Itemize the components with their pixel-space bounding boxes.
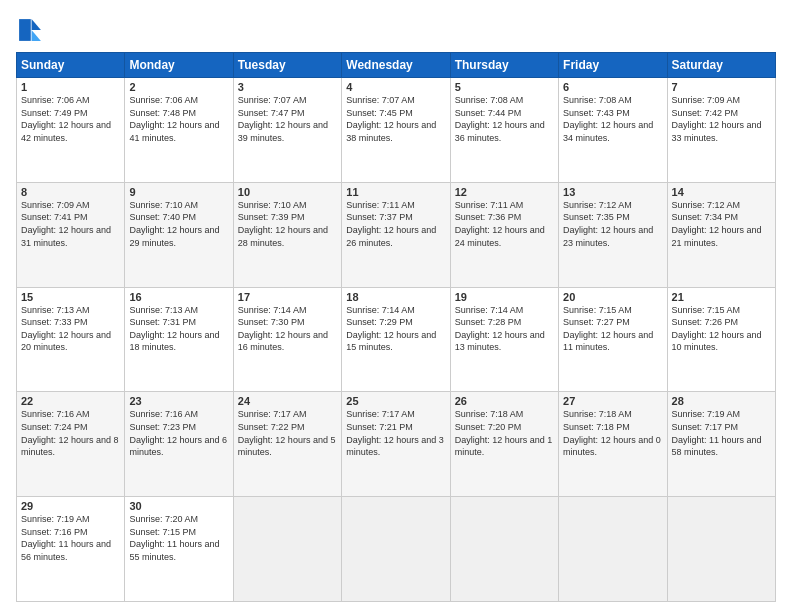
day-cell: 13Sunrise: 7:12 AMSunset: 7:35 PMDayligh… [559, 182, 667, 287]
day-detail: Sunrise: 7:19 AMSunset: 7:16 PMDaylight:… [21, 513, 120, 563]
day-cell: 15Sunrise: 7:13 AMSunset: 7:33 PMDayligh… [17, 287, 125, 392]
header [16, 16, 776, 44]
day-cell: 28Sunrise: 7:19 AMSunset: 7:17 PMDayligh… [667, 392, 775, 497]
svg-marker-1 [32, 30, 41, 41]
day-cell: 9Sunrise: 7:10 AMSunset: 7:40 PMDaylight… [125, 182, 233, 287]
day-detail: Sunrise: 7:10 AMSunset: 7:39 PMDaylight:… [238, 199, 337, 249]
col-header-wednesday: Wednesday [342, 53, 450, 78]
col-header-monday: Monday [125, 53, 233, 78]
col-header-saturday: Saturday [667, 53, 775, 78]
day-cell: 11Sunrise: 7:11 AMSunset: 7:37 PMDayligh… [342, 182, 450, 287]
day-detail: Sunrise: 7:16 AMSunset: 7:23 PMDaylight:… [129, 408, 228, 458]
day-cell: 6Sunrise: 7:08 AMSunset: 7:43 PMDaylight… [559, 78, 667, 183]
day-cell: 23Sunrise: 7:16 AMSunset: 7:23 PMDayligh… [125, 392, 233, 497]
day-number: 24 [238, 395, 337, 407]
day-number: 8 [21, 186, 120, 198]
col-header-tuesday: Tuesday [233, 53, 341, 78]
day-detail: Sunrise: 7:13 AMSunset: 7:33 PMDaylight:… [21, 304, 120, 354]
day-detail: Sunrise: 7:13 AMSunset: 7:31 PMDaylight:… [129, 304, 228, 354]
day-detail: Sunrise: 7:09 AMSunset: 7:41 PMDaylight:… [21, 199, 120, 249]
day-number: 3 [238, 81, 337, 93]
day-number: 2 [129, 81, 228, 93]
day-cell: 26Sunrise: 7:18 AMSunset: 7:20 PMDayligh… [450, 392, 558, 497]
col-header-sunday: Sunday [17, 53, 125, 78]
day-number: 21 [672, 291, 771, 303]
day-detail: Sunrise: 7:18 AMSunset: 7:20 PMDaylight:… [455, 408, 554, 458]
day-detail: Sunrise: 7:08 AMSunset: 7:43 PMDaylight:… [563, 94, 662, 144]
day-number: 22 [21, 395, 120, 407]
day-detail: Sunrise: 7:14 AMSunset: 7:28 PMDaylight:… [455, 304, 554, 354]
week-row-1: 1Sunrise: 7:06 AMSunset: 7:49 PMDaylight… [17, 78, 776, 183]
day-number: 27 [563, 395, 662, 407]
svg-marker-0 [32, 19, 41, 30]
day-number: 20 [563, 291, 662, 303]
week-row-2: 8Sunrise: 7:09 AMSunset: 7:41 PMDaylight… [17, 182, 776, 287]
calendar-table: SundayMondayTuesdayWednesdayThursdayFrid… [16, 52, 776, 602]
day-number: 19 [455, 291, 554, 303]
day-detail: Sunrise: 7:07 AMSunset: 7:47 PMDaylight:… [238, 94, 337, 144]
day-number: 26 [455, 395, 554, 407]
day-number: 15 [21, 291, 120, 303]
col-header-thursday: Thursday [450, 53, 558, 78]
day-number: 23 [129, 395, 228, 407]
week-row-3: 15Sunrise: 7:13 AMSunset: 7:33 PMDayligh… [17, 287, 776, 392]
day-cell: 27Sunrise: 7:18 AMSunset: 7:18 PMDayligh… [559, 392, 667, 497]
day-cell: 29Sunrise: 7:19 AMSunset: 7:16 PMDayligh… [17, 497, 125, 602]
logo-icon [16, 16, 44, 44]
day-number: 5 [455, 81, 554, 93]
day-cell: 19Sunrise: 7:14 AMSunset: 7:28 PMDayligh… [450, 287, 558, 392]
day-cell: 4Sunrise: 7:07 AMSunset: 7:45 PMDaylight… [342, 78, 450, 183]
day-detail: Sunrise: 7:18 AMSunset: 7:18 PMDaylight:… [563, 408, 662, 458]
day-detail: Sunrise: 7:10 AMSunset: 7:40 PMDaylight:… [129, 199, 228, 249]
day-number: 18 [346, 291, 445, 303]
day-detail: Sunrise: 7:11 AMSunset: 7:36 PMDaylight:… [455, 199, 554, 249]
day-cell [450, 497, 558, 602]
day-number: 25 [346, 395, 445, 407]
day-cell: 24Sunrise: 7:17 AMSunset: 7:22 PMDayligh… [233, 392, 341, 497]
day-cell: 30Sunrise: 7:20 AMSunset: 7:15 PMDayligh… [125, 497, 233, 602]
day-detail: Sunrise: 7:07 AMSunset: 7:45 PMDaylight:… [346, 94, 445, 144]
day-cell [667, 497, 775, 602]
day-number: 30 [129, 500, 228, 512]
day-number: 14 [672, 186, 771, 198]
day-cell: 21Sunrise: 7:15 AMSunset: 7:26 PMDayligh… [667, 287, 775, 392]
day-number: 6 [563, 81, 662, 93]
day-cell: 22Sunrise: 7:16 AMSunset: 7:24 PMDayligh… [17, 392, 125, 497]
day-cell: 16Sunrise: 7:13 AMSunset: 7:31 PMDayligh… [125, 287, 233, 392]
day-detail: Sunrise: 7:17 AMSunset: 7:21 PMDaylight:… [346, 408, 445, 458]
col-header-friday: Friday [559, 53, 667, 78]
day-cell: 5Sunrise: 7:08 AMSunset: 7:44 PMDaylight… [450, 78, 558, 183]
day-number: 9 [129, 186, 228, 198]
logo [16, 16, 48, 44]
day-detail: Sunrise: 7:15 AMSunset: 7:27 PMDaylight:… [563, 304, 662, 354]
day-detail: Sunrise: 7:12 AMSunset: 7:34 PMDaylight:… [672, 199, 771, 249]
day-number: 11 [346, 186, 445, 198]
day-detail: Sunrise: 7:14 AMSunset: 7:29 PMDaylight:… [346, 304, 445, 354]
day-cell: 18Sunrise: 7:14 AMSunset: 7:29 PMDayligh… [342, 287, 450, 392]
day-cell: 1Sunrise: 7:06 AMSunset: 7:49 PMDaylight… [17, 78, 125, 183]
day-number: 16 [129, 291, 228, 303]
day-number: 7 [672, 81, 771, 93]
day-detail: Sunrise: 7:17 AMSunset: 7:22 PMDaylight:… [238, 408, 337, 458]
day-detail: Sunrise: 7:06 AMSunset: 7:49 PMDaylight:… [21, 94, 120, 144]
day-cell: 12Sunrise: 7:11 AMSunset: 7:36 PMDayligh… [450, 182, 558, 287]
day-detail: Sunrise: 7:06 AMSunset: 7:48 PMDaylight:… [129, 94, 228, 144]
day-number: 4 [346, 81, 445, 93]
week-row-5: 29Sunrise: 7:19 AMSunset: 7:16 PMDayligh… [17, 497, 776, 602]
day-detail: Sunrise: 7:09 AMSunset: 7:42 PMDaylight:… [672, 94, 771, 144]
day-number: 1 [21, 81, 120, 93]
day-cell: 8Sunrise: 7:09 AMSunset: 7:41 PMDaylight… [17, 182, 125, 287]
day-cell: 25Sunrise: 7:17 AMSunset: 7:21 PMDayligh… [342, 392, 450, 497]
day-number: 13 [563, 186, 662, 198]
day-cell [342, 497, 450, 602]
week-row-4: 22Sunrise: 7:16 AMSunset: 7:24 PMDayligh… [17, 392, 776, 497]
day-number: 28 [672, 395, 771, 407]
day-number: 10 [238, 186, 337, 198]
day-cell: 2Sunrise: 7:06 AMSunset: 7:48 PMDaylight… [125, 78, 233, 183]
day-detail: Sunrise: 7:15 AMSunset: 7:26 PMDaylight:… [672, 304, 771, 354]
day-cell: 17Sunrise: 7:14 AMSunset: 7:30 PMDayligh… [233, 287, 341, 392]
day-cell [559, 497, 667, 602]
day-number: 29 [21, 500, 120, 512]
day-number: 17 [238, 291, 337, 303]
day-cell: 20Sunrise: 7:15 AMSunset: 7:27 PMDayligh… [559, 287, 667, 392]
